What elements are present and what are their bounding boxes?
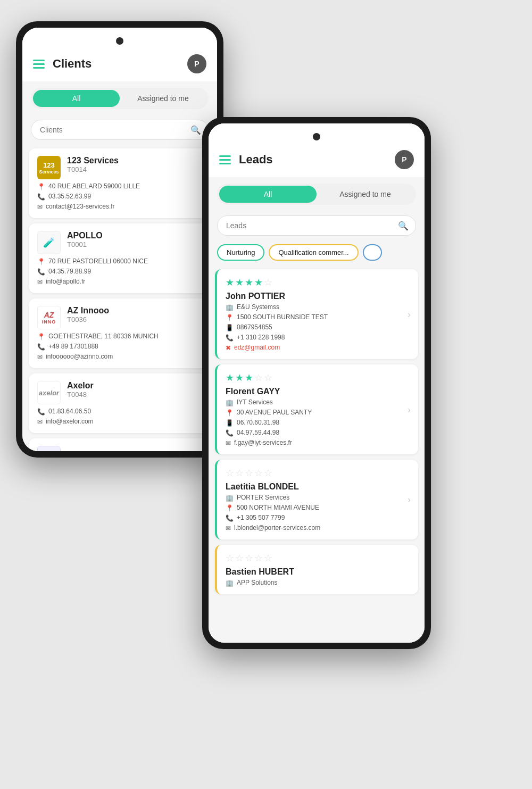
lead-item[interactable]: ★ ★ ★ ★ ☆ John POTTIER 🏢 E&U Systemss [215,269,418,359]
star-5: ☆ [264,552,272,564]
client-name: APOLLO [67,231,103,240]
client-name: AZ Innooo [67,306,109,315]
tab-assigned-clients[interactable]: Assigned to me [120,90,206,107]
star-4: ☆ [254,372,263,384]
avatar[interactable]: P [395,150,414,169]
avatar[interactable]: P [187,54,206,73]
lead-stars: ☆ ☆ ☆ ☆ ☆ [226,467,410,479]
star-3: ★ [245,372,253,384]
client-phone: 📞 +49 89 17301888 [37,343,202,351]
chip-nurturing[interactable]: Nurturing [217,244,264,261]
building-icon: 🏢 [226,579,234,587]
client-id: T0014 [67,165,119,173]
clients-list: 123 Services 123 Services T0014 📍 40 RUE… [22,144,217,451]
tab-all-leads[interactable]: All [219,186,317,203]
phone-icon: 📞 [37,408,45,416]
menu-icon[interactable] [219,155,231,164]
clients-header: Clients P [22,28,217,81]
leads-tab-filter: All Assigned to me [217,184,416,205]
star-2: ☆ [235,552,244,564]
client-id: T0048 [67,391,94,398]
building-icon: 🏢 [226,494,234,502]
phone-icon: 📞 [37,193,45,201]
tab-assigned-leads[interactable]: Assigned to me [317,186,414,203]
client-phone: 📞 01.83.64.06.50 [37,408,202,416]
client-item[interactable]: 123 Services 123 Services T0014 📍 40 RUE… [29,148,211,218]
search-icon: 🔍 [398,221,409,231]
chip-extra[interactable] [363,244,382,261]
phone-icon: 📞 [37,268,45,276]
email-icon: ✉ [226,525,231,532]
phone-icon: 📞 [226,429,234,437]
star-5: ☆ [264,467,272,479]
lead-company: 🏢 APP Solutions [226,579,410,587]
lead-stars: ★ ★ ★ ★ ☆ [226,277,410,288]
leads-search-bar: 🔍 [217,215,416,236]
lead-item[interactable]: ☆ ☆ ☆ ☆ ☆ Bastien HUBERT 🏢 APP Solutions [215,545,418,594]
client-phone: 📞 04.35.79.88.99 [37,268,202,276]
lead-mobile: 📱 0867954855 [226,323,410,331]
lead-company: 🏢 E&U Systemss [226,303,410,311]
email-icon: ✉ [37,278,43,286]
client-item[interactable]: 🧪 APOLLO T0001 📍 70 RUE PASTORELLI 06000… [29,223,211,293]
client-item[interactable]: 🫐 BLUEBERRY TELECOM [29,438,211,451]
leads-header: Leads P [209,123,425,177]
clients-search-input[interactable] [31,120,209,140]
leads-list: ★ ★ ★ ★ ☆ John POTTIER 🏢 E&U Systemss [209,265,425,643]
lead-item[interactable]: ☆ ☆ ☆ ☆ ☆ Laetitia BLONDEL 🏢 PORTER Serv… [215,460,418,539]
client-email: ✉ info@apollo.fr [37,278,202,286]
email-icon: ✖ [226,344,231,352]
location-icon: 📍 [226,504,234,512]
client-email: ✉ info@axelor.com [37,418,202,426]
lead-name: Florent GAYY [226,387,410,396]
location-icon: 📍 [226,409,234,417]
client-logo: AZ INNO [37,306,61,329]
star-1: ★ [226,277,234,288]
star-1: ☆ [226,552,234,564]
lead-name: Laetitia BLONDEL [226,482,410,492]
leads-search-input[interactable] [217,215,416,236]
star-2: ★ [235,277,244,288]
star-1: ☆ [226,467,234,479]
star-3: ☆ [245,552,253,564]
phone-icon: 📞 [37,343,45,351]
location-icon: 📍 [37,183,45,190]
email-icon: ✉ [37,418,43,426]
client-id: T0001 [67,240,103,248]
client-name: 123 Services [67,156,119,165]
star-4: ★ [254,277,263,288]
clients-tab-filter: All Assigned to me [31,88,209,109]
chevron-right-icon: › [408,494,411,505]
client-address: 📍 70 RUE PASTORELLI 06000 NICE [37,258,202,265]
building-icon: 🏢 [226,304,234,311]
client-item[interactable]: axelor Axelor T0048 📞 01.83.64.06.50 [29,373,211,433]
client-name: Axelor [67,381,94,391]
star-3: ☆ [245,467,253,479]
camera-back [116,37,123,45]
lead-address: 📍 500 NORTH MIAMI AVENUE [226,504,410,512]
email-icon: ✉ [226,439,231,447]
client-item[interactable]: AZ INNO AZ Innooo T0036 📍 GOETHESTRABE, … [29,298,211,368]
email-icon: ✉ [37,203,43,211]
lead-name: Bastien HUBERT [226,567,410,577]
building-icon: 🏢 [226,399,234,406]
lead-company: 🏢 PORTER Services [226,494,410,502]
menu-icon[interactable] [33,60,45,69]
client-email: ✉ contact@123-services.fr [37,203,202,211]
tab-all-clients[interactable]: All [33,90,120,107]
chip-qualification[interactable]: Qualification commer... [269,244,358,261]
location-icon: 📍 [37,258,45,265]
lead-stars: ★ ★ ★ ☆ ☆ [226,372,410,384]
client-phone: 📞 03.35.52.63.99 [37,193,202,201]
mobile-icon: 📱 [226,324,234,331]
lead-item[interactable]: ★ ★ ★ ☆ ☆ Florent GAYY 🏢 IYT Services [215,364,418,454]
star-2: ★ [235,372,244,384]
client-id: T0036 [67,315,109,323]
lead-stars: ☆ ☆ ☆ ☆ ☆ [226,552,410,564]
filter-chips-row: Nurturing Qualification commer... [209,240,425,265]
star-5: ☆ [264,277,272,288]
lead-email: ✉ f.gay@iyt-services.fr [226,439,410,447]
location-icon: 📍 [226,314,234,321]
lead-company: 🏢 IYT Services [226,398,410,406]
lead-phone: 📞 04.97.59.44.98 [226,429,410,437]
